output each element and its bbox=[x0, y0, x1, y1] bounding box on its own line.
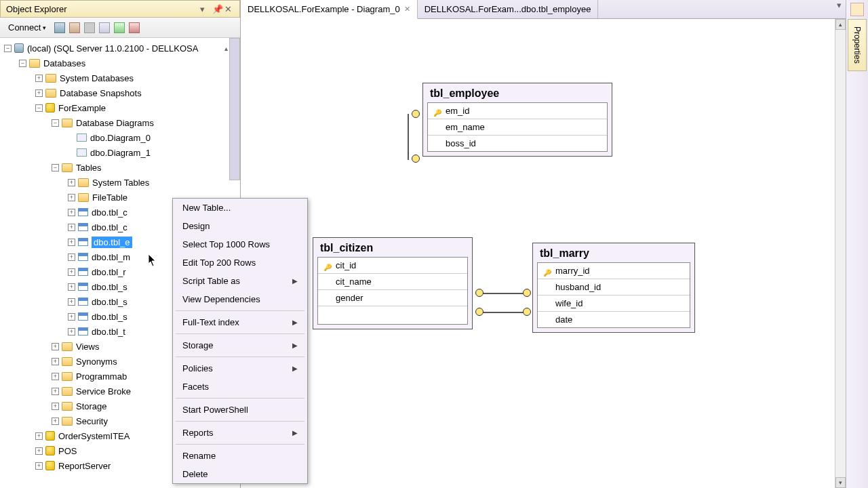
expand-icon[interactable]: − bbox=[52, 164, 59, 171]
close-icon[interactable]: ✕ bbox=[224, 4, 234, 14]
table-column[interactable]: marry_id bbox=[538, 263, 690, 279]
folder-icon bbox=[45, 89, 56, 98]
expand-icon[interactable]: − bbox=[4, 45, 12, 52]
refresh-icon[interactable] bbox=[114, 22, 125, 33]
menu-storage[interactable]: Storage▶ bbox=[173, 336, 307, 354]
expand-icon[interactable]: + bbox=[68, 194, 75, 201]
expand-icon[interactable]: + bbox=[68, 239, 75, 246]
database-icon bbox=[45, 103, 55, 113]
diagram-canvas[interactable]: tbl_employee em_id em_name boss_id tbl_c… bbox=[241, 19, 835, 488]
dropdown-icon[interactable]: ▾ bbox=[200, 4, 210, 14]
expand-icon[interactable]: + bbox=[52, 373, 59, 380]
expand-icon[interactable]: + bbox=[68, 283, 75, 291]
table-column[interactable]: cit_name bbox=[318, 274, 467, 290]
expand-icon[interactable]: + bbox=[52, 358, 59, 365]
expand-icon[interactable]: − bbox=[35, 104, 43, 112]
menu-design[interactable]: Design bbox=[173, 217, 307, 235]
pin-icon[interactable]: 📌 bbox=[212, 4, 222, 14]
tabs-dropdown-icon[interactable]: ▾ bbox=[833, 0, 846, 18]
menu-fulltext-index[interactable]: Full-Text index▶ bbox=[173, 313, 307, 331]
table-icon bbox=[78, 238, 88, 246]
expand-icon[interactable]: + bbox=[68, 298, 75, 306]
scroll-up-icon[interactable]: ▴ bbox=[224, 45, 228, 52]
menu-facets[interactable]: Facets bbox=[173, 378, 307, 396]
connect-button[interactable]: Connect▾ bbox=[4, 21, 50, 34]
expand-icon[interactable]: + bbox=[68, 253, 75, 261]
expand-icon[interactable]: + bbox=[35, 89, 43, 97]
menu-policies[interactable]: Policies▶ bbox=[173, 359, 307, 378]
menu-separator bbox=[176, 398, 304, 399]
menu-script-table[interactable]: Script Table as▶ bbox=[173, 272, 307, 290]
expand-icon[interactable]: − bbox=[52, 119, 59, 127]
tab-close-icon[interactable]: ✕ bbox=[404, 5, 410, 14]
properties-tab[interactable]: Properties bbox=[848, 19, 867, 71]
filter-icon[interactable] bbox=[99, 22, 110, 33]
expand-icon[interactable]: + bbox=[68, 224, 75, 231]
menu-delete[interactable]: Delete bbox=[173, 465, 307, 483]
menu-start-powershell[interactable]: Start PowerShell bbox=[173, 401, 307, 419]
table-icon bbox=[78, 268, 88, 276]
menu-edit-top-200[interactable]: Edit Top 200 Rows bbox=[173, 253, 307, 272]
snapshots-node[interactable]: +Database Snapshots bbox=[0, 85, 240, 100]
expand-icon[interactable]: + bbox=[68, 328, 75, 336]
properties-icon[interactable] bbox=[850, 3, 864, 16]
menu-reports[interactable]: Reports▶ bbox=[173, 424, 307, 442]
table-column[interactable]: wife_id bbox=[538, 296, 690, 312]
expand-icon[interactable]: + bbox=[68, 313, 75, 321]
menu-select-top-1000[interactable]: Select Top 1000 Rows bbox=[173, 235, 307, 253]
table-column[interactable]: em_name bbox=[428, 119, 607, 136]
diagram-table-marry[interactable]: tbl_marry marry_id husband_id wife_id da… bbox=[532, 243, 695, 333]
expand-icon[interactable]: + bbox=[68, 268, 75, 276]
table-column[interactable]: date bbox=[538, 312, 690, 327]
new-query-icon[interactable] bbox=[54, 22, 65, 33]
table-column[interactable] bbox=[318, 306, 467, 324]
expand-icon[interactable]: + bbox=[68, 179, 75, 186]
disconnect-icon[interactable] bbox=[69, 22, 80, 33]
table-column[interactable]: cit_id bbox=[318, 258, 467, 274]
folder-icon bbox=[62, 402, 73, 411]
table-column[interactable]: gender bbox=[318, 290, 467, 306]
scroll-up-icon[interactable]: ▴ bbox=[835, 19, 846, 30]
diagram-table-employee[interactable]: tbl_employee em_id em_name boss_id bbox=[422, 83, 612, 157]
diagram-table-citizen[interactable]: tbl_citizen cit_id cit_name gender bbox=[313, 237, 473, 329]
table-column[interactable]: em_id bbox=[428, 103, 607, 119]
scroll-down-icon[interactable]: ▾ bbox=[835, 477, 846, 488]
menu-view-dependencies[interactable]: View Dependencies bbox=[173, 290, 307, 308]
menu-rename[interactable]: Rename bbox=[173, 447, 307, 465]
server-node[interactable]: −(local) (SQL Server 11.0.2100 - DELLKOS… bbox=[0, 41, 240, 56]
table-columns: cit_id cit_name gender bbox=[317, 257, 468, 325]
expand-icon[interactable]: + bbox=[68, 209, 75, 216]
expand-icon[interactable]: + bbox=[35, 447, 43, 455]
tables-node[interactable]: −Tables bbox=[0, 160, 240, 175]
tree-scrollbar[interactable] bbox=[229, 38, 240, 180]
diagram-item[interactable]: dbo.Diagram_1 bbox=[0, 145, 240, 160]
stop-icon[interactable] bbox=[84, 22, 95, 33]
expand-icon[interactable]: + bbox=[52, 418, 59, 425]
expand-icon[interactable]: + bbox=[52, 343, 59, 350]
relationship-line bbox=[478, 293, 528, 294]
table-column[interactable]: husband_id bbox=[538, 279, 690, 296]
expand-icon[interactable]: + bbox=[35, 432, 43, 440]
delete-icon[interactable] bbox=[129, 22, 140, 33]
expand-icon[interactable]: − bbox=[19, 60, 26, 67]
expand-icon[interactable]: + bbox=[35, 75, 43, 82]
folder-icon bbox=[78, 193, 89, 202]
menu-new-table[interactable]: New Table... bbox=[173, 199, 307, 217]
database-node[interactable]: −ForExample bbox=[0, 100, 240, 115]
databases-node[interactable]: −Databases bbox=[0, 56, 240, 70]
vertical-scrollbar[interactable]: ▴ ▾ bbox=[835, 19, 846, 488]
tab-table[interactable]: DELLKOSAL.ForExam...dbo.tbl_employee bbox=[418, 0, 599, 18]
main-area: DELLKOSAL.ForExample - Diagram_0✕ DELLKO… bbox=[241, 0, 846, 488]
table-icon bbox=[78, 223, 88, 231]
system-databases-node[interactable]: +System Databases bbox=[0, 70, 240, 85]
table-column[interactable]: boss_id bbox=[428, 136, 607, 151]
diagrams-node[interactable]: −Database Diagrams bbox=[0, 115, 240, 130]
tab-diagram[interactable]: DELLKOSAL.ForExample - Diagram_0✕ bbox=[241, 0, 418, 19]
table-icon bbox=[78, 312, 88, 321]
expand-icon[interactable]: + bbox=[52, 403, 59, 410]
expand-icon[interactable]: + bbox=[35, 462, 43, 470]
diagram-item[interactable]: dbo.Diagram_0 bbox=[0, 130, 240, 145]
system-tables-node[interactable]: +System Tables bbox=[0, 175, 240, 190]
explorer-toolbar: Connect▾ bbox=[0, 18, 240, 38]
expand-icon[interactable]: + bbox=[52, 388, 59, 395]
